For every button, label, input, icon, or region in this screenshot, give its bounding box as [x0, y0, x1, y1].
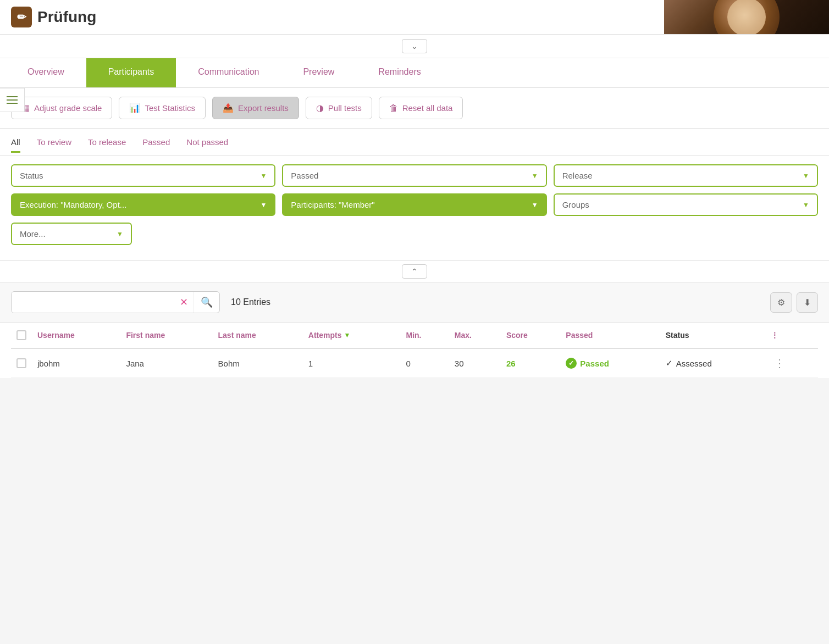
header-image [664, 0, 829, 34]
more-filter[interactable]: More... ▼ [11, 223, 132, 245]
pull-tests-button[interactable]: ◑ Pull tests [306, 97, 372, 119]
filter-tab-to-release[interactable]: To release [88, 137, 126, 153]
row-checkbox-cell [11, 348, 32, 378]
groups-arrow-icon: ▼ [803, 201, 809, 209]
tab-communication[interactable]: Communication [176, 58, 281, 87]
release-arrow-icon: ▼ [803, 172, 809, 180]
groups-filter-value: Groups [562, 200, 589, 209]
row-username: jbohm [32, 348, 120, 378]
filter-tab-not-passed[interactable]: Not passed [186, 137, 228, 153]
search-input[interactable] [12, 292, 174, 313]
passed-filter[interactable]: Passed ▼ [282, 164, 546, 187]
settings-button[interactable]: ⚙ [770, 292, 792, 313]
row-actions[interactable]: ⋮ [765, 348, 818, 378]
passed-badge: ✓ Passed [566, 358, 654, 369]
coffee-cup-image [714, 0, 780, 34]
attempts-header[interactable]: Attempts ▼ [303, 323, 401, 348]
participants-filter[interactable]: Participants: "Member" ▼ [282, 193, 546, 216]
row-more-icon[interactable]: ⋮ [771, 357, 788, 369]
trash-icon: 🗑 [389, 103, 398, 113]
collapse-up-area: ⌃ [0, 261, 829, 282]
app-icon: ✏ [11, 7, 32, 27]
participants-filter-value: Participants: "Member" [291, 200, 374, 209]
participants-arrow-icon: ▼ [532, 201, 538, 209]
search-bar: ✕ 🔍 10 Entries ⚙ ⬇ [0, 282, 829, 323]
passed-label: Passed [580, 359, 609, 368]
toolbar: ▦ Adjust grade scale 📊 Test Statistics 📤… [0, 88, 829, 129]
page-header: ✏ Prüfung [0, 0, 829, 35]
assessed-badge: ✓ Assessed [666, 358, 760, 368]
tab-preview[interactable]: Preview [281, 58, 356, 87]
assessed-label: Assessed [676, 359, 712, 368]
tab-overview[interactable]: Overview [5, 58, 86, 87]
filter-tab-all[interactable]: All [11, 137, 20, 153]
row-score: 26 [501, 348, 560, 378]
max-header: Max. [449, 323, 501, 348]
collapse-down-area: ⌄ [0, 35, 829, 58]
status-filter[interactable]: Status ▼ [11, 164, 275, 187]
execution-filter[interactable]: Execution: "Mandatory, Opt... ▼ [11, 193, 275, 216]
collapse-down-button[interactable]: ⌄ [402, 39, 427, 53]
row-firstname: Jana [120, 348, 212, 378]
entries-count: 10 Entries [231, 297, 270, 307]
search-input-wrap: ✕ 🔍 [11, 291, 220, 313]
table-row: jbohm Jana Bohm 1 0 30 26 ✓ Passed ✓ Ass… [11, 348, 818, 378]
search-actions: ⚙ ⬇ [770, 292, 818, 313]
filter-tab-to-review[interactable]: To review [37, 137, 71, 153]
test-statistics-label: Test Statistics [145, 103, 195, 113]
filter-row-3: More... ▼ [11, 223, 818, 245]
reset-all-data-label: Reset all data [402, 103, 453, 113]
pull-tests-label: Pull tests [328, 103, 362, 113]
actions-header: ⋮ [765, 323, 818, 348]
download-button[interactable]: ⬇ [797, 292, 818, 313]
navigation-tabs: Overview Participants Communication Prev… [0, 58, 829, 88]
reset-all-data-button[interactable]: 🗑 Reset all data [379, 97, 463, 119]
filter-row-1: Status ▼ Passed ▼ Release ▼ [11, 164, 818, 187]
min-header: Min. [401, 323, 449, 348]
export-results-label: Export results [238, 103, 289, 113]
collapse-up-button[interactable]: ⌃ [402, 264, 427, 279]
passed-arrow-icon: ▼ [532, 172, 538, 180]
select-all-header [11, 323, 32, 348]
search-clear-button[interactable]: ✕ [174, 292, 194, 313]
execution-arrow-icon: ▼ [260, 201, 267, 209]
release-filter-value: Release [562, 171, 593, 180]
menu-toggle-button[interactable] [0, 88, 25, 112]
filters-area: Status ▼ Passed ▼ Release ▼ Execution: "… [0, 156, 829, 261]
adjust-grade-scale-button[interactable]: ▦ Adjust grade scale [11, 97, 112, 119]
row-status: ✓ Assessed [660, 348, 765, 378]
more-filter-value: More... [20, 229, 46, 238]
coffee-foam [727, 0, 766, 34]
tab-participants[interactable]: Participants [86, 58, 176, 87]
export-results-button[interactable]: 📤 Export results [212, 97, 299, 119]
status-header: Status [660, 323, 765, 348]
moon-icon: ◑ [316, 103, 324, 113]
execution-filter-value: Execution: "Mandatory, Opt... [20, 200, 126, 209]
tab-reminders[interactable]: Reminders [356, 58, 443, 87]
row-max: 30 [449, 348, 501, 378]
chart-icon: 📊 [129, 103, 140, 113]
passed-filter-value: Passed [291, 171, 318, 180]
test-statistics-button[interactable]: 📊 Test Statistics [119, 97, 206, 119]
filter-row-2: Execution: "Mandatory, Opt... ▼ Particip… [11, 193, 818, 216]
page-title: ✏ Prüfung [11, 7, 96, 27]
row-attempts: 1 [303, 348, 401, 378]
assessed-check-icon: ✓ [666, 358, 673, 368]
groups-filter[interactable]: Groups ▼ [554, 193, 818, 216]
select-all-checkbox[interactable] [16, 330, 26, 340]
status-filter-value: Status [20, 171, 43, 180]
export-icon: 📤 [223, 103, 234, 113]
row-min: 0 [401, 348, 449, 378]
table-header-row: Username First name Last name Attempts ▼… [11, 323, 818, 348]
participants-table: Username First name Last name Attempts ▼… [11, 323, 818, 378]
menu-line-1 [7, 96, 18, 97]
release-filter[interactable]: Release ▼ [554, 164, 818, 187]
username-header: Username [32, 323, 120, 348]
app-title: Prüfung [37, 8, 96, 26]
adjust-grade-scale-label: Adjust grade scale [34, 103, 102, 113]
lastname-header: Last name [213, 323, 303, 348]
row-checkbox[interactable] [16, 358, 26, 368]
search-go-button[interactable]: 🔍 [194, 292, 219, 313]
score-header: Score [501, 323, 560, 348]
filter-tab-passed[interactable]: Passed [142, 137, 170, 153]
